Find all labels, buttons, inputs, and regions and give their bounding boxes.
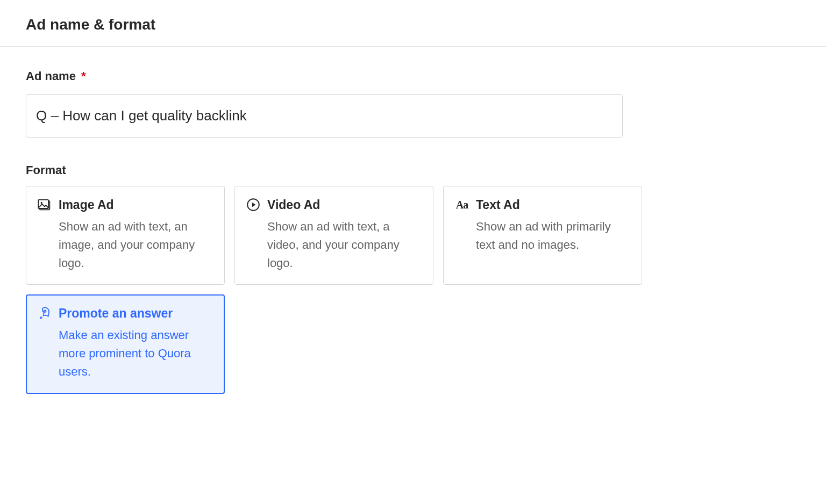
text-aa-icon: Aa <box>454 197 469 212</box>
format-option-text[interactable]: Aa Text Ad Show an ad with primarily tex… <box>443 186 642 285</box>
format-description: Show an ad with text, an image, and your… <box>59 218 215 272</box>
required-asterisk: * <box>81 69 86 83</box>
rocket-icon <box>37 306 52 321</box>
ad-name-label: Ad name * <box>26 69 800 83</box>
page-title: Ad name & format <box>26 16 800 33</box>
format-card-header: Promote an answer <box>37 306 215 321</box>
image-icon <box>37 197 52 212</box>
ad-name-label-text: Ad name <box>26 69 76 83</box>
format-title: Video Ad <box>267 198 320 212</box>
content-area: Ad name * Format Image Ad Show an ad wit… <box>0 47 826 416</box>
format-options-grid: Image Ad Show an ad with text, an image,… <box>26 186 650 394</box>
format-description: Show an ad with primarily text and no im… <box>476 218 632 254</box>
format-card-header: Image Ad <box>37 197 215 212</box>
format-description: Show an ad with text, a video, and your … <box>267 218 423 272</box>
format-card-header: Aa Text Ad <box>454 197 632 212</box>
format-label: Format <box>26 163 800 177</box>
ad-name-input[interactable] <box>26 94 623 138</box>
format-title: Text Ad <box>476 198 520 212</box>
format-option-image[interactable]: Image Ad Show an ad with text, an image,… <box>26 186 225 285</box>
svg-rect-1 <box>38 200 48 208</box>
format-description: Make an existing answer more prominent t… <box>59 326 215 381</box>
format-card-header: Video Ad <box>246 197 423 212</box>
svg-point-4 <box>44 310 46 313</box>
format-title: Image Ad <box>59 198 114 212</box>
format-option-video[interactable]: Video Ad Show an ad with text, a video, … <box>234 186 433 285</box>
page-header: Ad name & format <box>0 0 826 47</box>
format-title: Promote an answer <box>59 306 173 321</box>
format-option-promote[interactable]: Promote an answer Make an existing answe… <box>26 294 225 393</box>
play-circle-icon <box>246 197 261 212</box>
